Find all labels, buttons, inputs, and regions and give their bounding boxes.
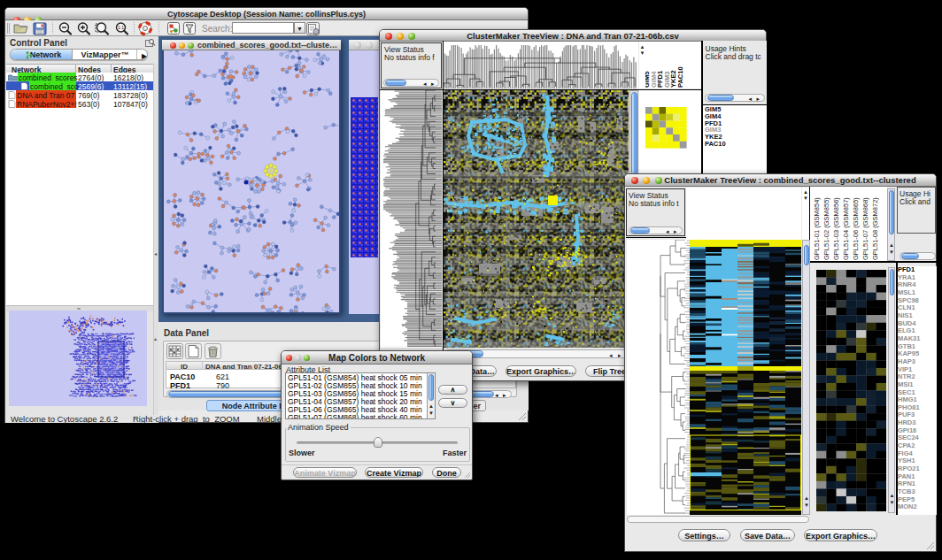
svg-text:GPL51-01 (GSM854): GPL51-01 (GSM854) bbox=[813, 197, 821, 260]
svg-text:GPL51-07 (GSM868): GPL51-07 (GSM868) bbox=[861, 197, 869, 260]
svg-text:GPL51-04 (GSM857): GPL51-04 (GSM857) bbox=[842, 197, 850, 260]
svg-text:GPL51-06 (GSM865): GPL51-06 (GSM865) bbox=[852, 197, 860, 260]
svg-text:1:1: 1:1 bbox=[118, 25, 124, 30]
svg-text:GPL51-08 (GSM872): GPL51-08 (GSM872) bbox=[871, 197, 879, 260]
svg-text:GPL51-02 (GSM855): GPL51-02 (GSM855) bbox=[822, 197, 830, 260]
svg-text:GPL51-03 (GSM856): GPL51-03 (GSM856) bbox=[832, 197, 840, 260]
svg-text:PAC10: PAC10 bbox=[676, 66, 684, 88]
